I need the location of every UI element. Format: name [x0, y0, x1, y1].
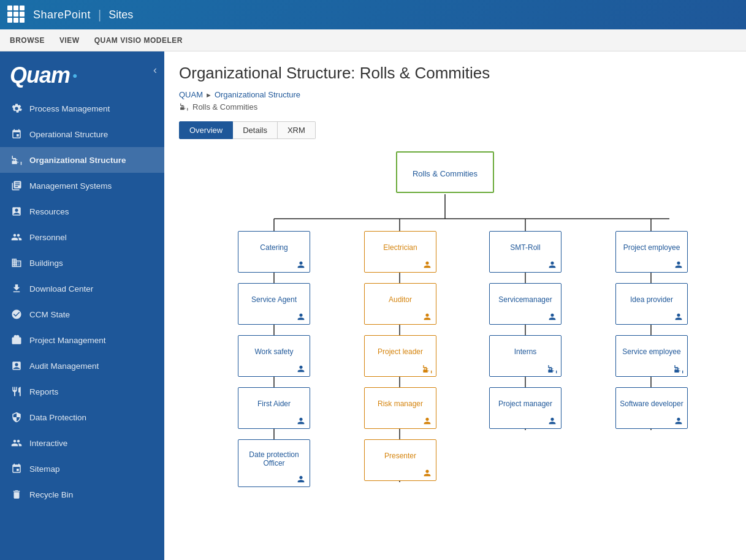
recycle-bin-icon	[10, 488, 23, 501]
sidebar-item-operational-structure[interactable]: Operational Structure	[0, 121, 164, 147]
sidebar-item-download-label: Download Center	[29, 284, 93, 293]
org-node-project-manager[interactable]: Project manager	[489, 387, 561, 429]
sidebar-item-reports-label: Reports	[29, 387, 58, 396]
org-node-software-developer[interactable]: Software developer	[615, 387, 688, 429]
org-node-auditor-label: Auditor	[368, 287, 432, 312]
project-icon	[10, 333, 23, 347]
top-bar: SharePoint | Sites	[0, 0, 746, 29]
download-icon	[10, 282, 23, 295]
sidebar-item-sitemap-label: Sitemap	[29, 464, 60, 474]
org-node-risk-manager[interactable]: Risk manager	[364, 387, 436, 429]
org-node-first-aider[interactable]: First Aider	[238, 387, 310, 429]
org-node-catering[interactable]: Catering	[238, 231, 310, 273]
org-node-service-employee[interactable]: Service employee	[615, 335, 688, 377]
org-node-software-developer-label: Software developer	[620, 392, 683, 416]
menu-quam-visio[interactable]: QUAM VISIO MODELER	[94, 36, 183, 45]
sidebar-item-organizational-label: Organizational Structure	[29, 156, 126, 165]
buildings-icon	[10, 256, 23, 270]
org-node-project-employee[interactable]: Project employee	[615, 231, 688, 273]
tab-xrm[interactable]: XRM	[278, 121, 316, 139]
sidebar-item-data-protection-label: Data Protection	[29, 413, 86, 422]
org-node-project-employee-label: Project employee	[620, 235, 683, 260]
sidebar-item-resources[interactable]: Resources	[0, 199, 164, 224]
sidebar-item-reports[interactable]: Reports	[0, 379, 164, 404]
interactive-icon	[10, 436, 23, 450]
org-node-work-safety[interactable]: Work safety	[238, 335, 310, 377]
org-node-service-agent[interactable]: Service Agent	[238, 283, 310, 325]
sidebar-item-personnel[interactable]: Personnel	[0, 224, 164, 250]
layout: Quam● ‹ Process Management Operational S…	[0, 51, 746, 560]
org-node-root-label: Rolls & Commities	[402, 157, 488, 189]
org-node-interns-label: Interns	[493, 339, 557, 364]
sidebar-item-project-label: Project Management	[29, 336, 106, 345]
operational-structure-icon	[10, 127, 23, 141]
sidebar-item-resources-label: Resources	[29, 207, 69, 216]
main-content: Organizational Structure: Rolls & Commit…	[164, 51, 746, 560]
organizational-structure-icon	[10, 153, 23, 167]
org-node-project-leader[interactable]: Project leader	[364, 335, 436, 377]
org-node-smt-roll[interactable]: SMT-Roll	[489, 231, 561, 273]
sidebar-item-audit-management[interactable]: Audit Management	[0, 353, 164, 379]
sidebar-item-audit-label: Audit Management	[29, 361, 99, 371]
personnel-icon	[10, 230, 23, 244]
org-node-idea-provider[interactable]: Idea provider	[615, 283, 688, 325]
menu-view[interactable]: VIEW	[59, 36, 80, 45]
org-node-first-aider-label: First Aider	[242, 392, 306, 416]
org-node-date-protection-label: Date protection Officer	[242, 444, 306, 474]
breadcrumb-org-structure[interactable]: Organizational Structure	[215, 90, 300, 99]
sidebar-collapse-button[interactable]: ‹	[153, 64, 157, 77]
sidebar-item-management-systems[interactable]: Management Systems	[0, 173, 164, 199]
sidebar-item-organizational-structure[interactable]: Organizational Structure	[0, 147, 164, 173]
sidebar-item-recycle-bin[interactable]: Recycle Bin	[0, 482, 164, 507]
sidebar-item-mgmt-label: Management Systems	[29, 181, 112, 191]
sidebar-item-interactive-label: Interactive	[29, 439, 67, 448]
tab-overview[interactable]: Overview	[179, 121, 233, 139]
app-title: SharePoint	[33, 9, 91, 21]
menu-browse[interactable]: BROWSE	[10, 36, 45, 45]
sitemap-icon	[10, 462, 23, 475]
org-node-date-protection[interactable]: Date protection Officer	[238, 439, 310, 487]
sidebar-item-download-center[interactable]: Download Center	[0, 276, 164, 301]
org-node-smt-roll-label: SMT-Roll	[493, 235, 557, 260]
breadcrumb-quam[interactable]: QUAM	[179, 90, 203, 99]
sidebar-item-interactive[interactable]: Interactive	[0, 430, 164, 456]
sidebar-item-ccm-label: CCM State	[29, 310, 70, 319]
resources-icon	[10, 205, 23, 218]
reports-icon	[10, 385, 23, 398]
sidebar-item-process-management-label: Process Management	[29, 104, 110, 113]
org-node-electrician[interactable]: Electrician	[364, 231, 436, 273]
ccm-icon	[10, 308, 23, 321]
menu-bar: BROWSE VIEW QUAM VISIO MODELER	[0, 29, 746, 51]
gear-icon	[10, 102, 23, 115]
org-node-idea-provider-label: Idea provider	[620, 287, 683, 312]
sidebar-item-process-management[interactable]: Process Management	[0, 96, 164, 121]
sidebar-item-ccm-state[interactable]: CCM State	[0, 301, 164, 327]
org-node-project-leader-label: Project leader	[368, 339, 432, 364]
sidebar-item-sitemap[interactable]: Sitemap	[0, 456, 164, 482]
sidebar-item-project-management[interactable]: Project Management	[0, 327, 164, 353]
sidebar-item-buildings[interactable]: Buildings	[0, 250, 164, 276]
org-node-service-employee-label: Service employee	[620, 339, 683, 364]
sidebar-item-buildings-label: Buildings	[29, 259, 63, 268]
breadcrumb-current: Rolls & Commities	[192, 102, 257, 112]
app-launcher-button[interactable]	[7, 6, 26, 24]
org-node-project-manager-label: Project manager	[493, 392, 557, 416]
sites-label: Sites	[108, 9, 133, 21]
org-node-service-agent-label: Service Agent	[242, 287, 306, 312]
org-node-presenter-label: Presenter	[368, 444, 432, 468]
org-node-catering-label: Catering	[242, 235, 306, 260]
org-node-interns[interactable]: Interns	[489, 335, 561, 377]
breadcrumb-sub-icon	[179, 102, 189, 112]
management-systems-icon	[10, 179, 23, 192]
org-node-servicemanager[interactable]: Servicemanager	[489, 283, 561, 325]
tabs-container: Overview Details XRM	[179, 121, 731, 139]
tab-details[interactable]: Details	[233, 121, 278, 139]
page-title: Organizational Structure: Rolls & Commit…	[179, 64, 731, 83]
org-node-presenter[interactable]: Presenter	[364, 439, 436, 481]
sidebar-item-personnel-label: Personnel	[29, 233, 67, 242]
org-node-root[interactable]: Rolls & Commities	[396, 151, 494, 193]
org-node-electrician-label: Electrician	[368, 235, 432, 260]
sidebar-item-data-protection[interactable]: Data Protection	[0, 404, 164, 430]
org-node-auditor[interactable]: Auditor	[364, 283, 436, 325]
sidebar: Quam● ‹ Process Management Operational S…	[0, 51, 164, 560]
